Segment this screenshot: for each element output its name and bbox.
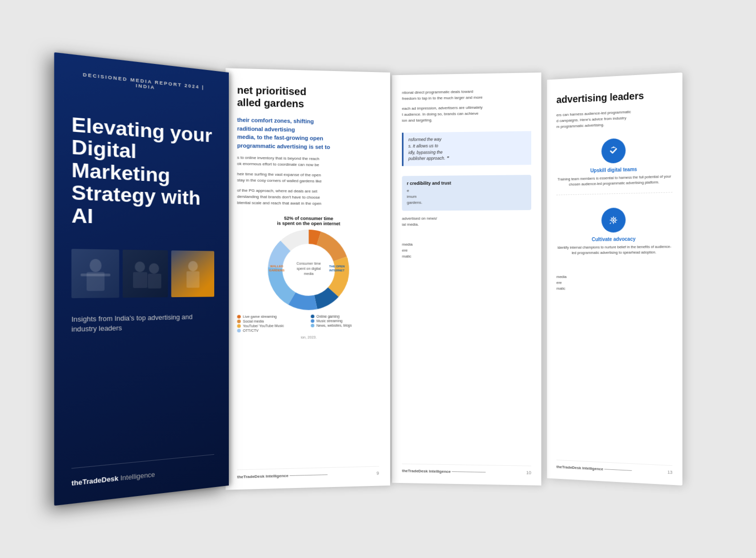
svg-point-5 (149, 263, 159, 274)
legend-music-streaming: Music streaming (311, 319, 379, 323)
page-10-footer: theTradeDesk Intelligence ──────────── 1… (402, 464, 531, 475)
page-9-body1: s to online inventory that is beyond the… (237, 155, 379, 169)
page-num-10: 10 (526, 470, 531, 475)
svg-rect-2 (81, 273, 110, 276)
page-9-highlight: their comfort zones, shifting raditional… (237, 116, 379, 152)
svg-text:GARDENS: GARDENS (269, 269, 285, 272)
upskill-text: Training team members is essential to ha… (556, 174, 672, 188)
page-num-13: 13 (667, 470, 672, 475)
donut-chart: Consumer time spent on digital media WAL… (237, 229, 379, 311)
page-10: ntional direct programmatic deals toward… (392, 73, 541, 485)
cover-page: DECISIONED MEDIA REPORT 2024 | INDIA Ele… (54, 52, 229, 506)
advocacy-icon-circle (601, 207, 625, 233)
page-13-intro: ers can harness audience-led programmati… (556, 107, 672, 130)
cover-subtitle: Insights from India's top advertising an… (72, 312, 214, 334)
svg-point-3 (135, 261, 145, 272)
report-label: DECISIONED MEDIA REPORT 2024 | INDIA (72, 71, 214, 96)
svg-text:THE OPEN: THE OPEN (329, 265, 345, 268)
page-9-body2: heir time surfing the vast expanse of th… (237, 171, 379, 185)
svg-point-7 (188, 261, 198, 271)
page-9-body3: of the PG approach, where ad deals are s… (237, 187, 379, 207)
chart-section: 52% of consumer timeis spent on the open… (237, 216, 379, 345)
page-13-bottom: mediaerematic (556, 274, 672, 292)
page-10-quote: nsformed the way s. It allows us to idly… (402, 131, 531, 166)
page-13-heading: advertising leaders (556, 88, 672, 106)
page-13-footer: theTradeDesk Intelligence ────────── 13 (556, 460, 672, 475)
advocacy-card: Cultivate advocacy Identify internal cha… (556, 206, 672, 262)
cover-image-3 (171, 250, 214, 297)
footer-brand-10: theTradeDesk Intelligence ──────────── (402, 468, 486, 474)
page-10-bottom: mediaerematic (402, 241, 531, 259)
upskill-card: Upskill digital teams Training team memb… (556, 136, 672, 195)
footer-brand-13: theTradeDesk Intelligence ────────── (556, 464, 632, 472)
svg-rect-8 (186, 271, 200, 288)
page-10-body1: ntional direct programmatic deals toward… (402, 88, 531, 102)
svg-text:media: media (304, 272, 313, 275)
svg-text:WALLED: WALLED (270, 265, 284, 268)
advocacy-text: Identify internal champions to nurture b… (556, 244, 672, 256)
advocacy-title: Cultivate advocacy (592, 236, 636, 242)
svg-rect-4 (133, 272, 147, 288)
legend-news: News, websites, blogs (311, 323, 379, 327)
legend-youtube: YouTube/ YouTube Music (237, 324, 306, 328)
cover-title: Elevating your Digital Marketing Strateg… (72, 113, 214, 231)
page-9-heading: net prioritised alled gardens (237, 84, 379, 111)
page-10-body2: each ad impression, advertisers are ulti… (402, 104, 531, 123)
cover-images (72, 249, 214, 298)
page-9: net prioritised alled gardens their comf… (226, 68, 390, 490)
page-num-9: 9 (376, 471, 379, 476)
svg-text:INTERNET: INTERNET (329, 269, 345, 272)
svg-point-0 (90, 259, 102, 272)
svg-text:spent on digital: spent on digital (297, 267, 321, 271)
chart-source: ion, 2023. (237, 334, 379, 341)
chart-legend: Live game streaming Online gaming Social… (237, 314, 379, 332)
page-9-footer: theTradeDesk Intelligence ───────────── … (237, 466, 379, 479)
upskill-title: Upskill digital teams (590, 167, 637, 173)
legend-online-gaming: Online gaming (311, 314, 379, 318)
svg-rect-6 (148, 273, 161, 288)
chart-title: 52% of consumer timeis spent on the open… (237, 216, 379, 227)
cover-brand: theTradeDesk Intelligence (72, 465, 214, 487)
upskill-icon-circle (601, 138, 625, 164)
legend-live-game: Live game streaming (237, 315, 306, 319)
inner-pages: net prioritised alled gardens their comf… (229, 73, 682, 485)
page-13: advertising leaders ers can harness audi… (547, 73, 682, 485)
legend-ottctv: OTT/CTV (237, 328, 306, 332)
page-10-advertised: advertised on news/ial media. (402, 215, 531, 228)
cover-image-1 (72, 249, 119, 298)
footer-brand-9: theTradeDesk Intelligence ───────────── (237, 472, 327, 479)
cover-image-2 (122, 250, 168, 298)
svg-text:Consumer time: Consumer time (296, 262, 321, 265)
legend-social-media: Social media (237, 319, 306, 323)
credibility-box: r credibility and trust e imum gardens. (402, 175, 531, 211)
